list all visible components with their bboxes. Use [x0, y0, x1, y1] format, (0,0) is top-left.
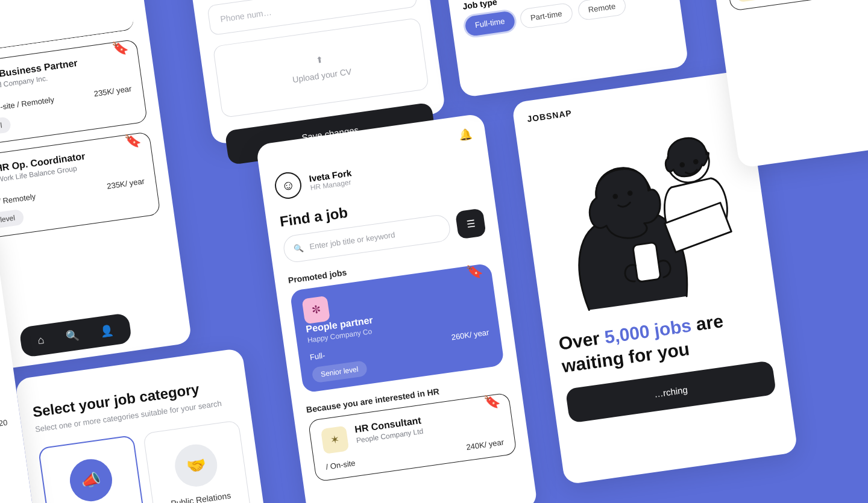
sliders-icon: ☰ [466, 217, 476, 230]
avatar: ☺ [273, 170, 303, 201]
search-icon: 🔍 [294, 243, 304, 253]
bookmark-icon[interactable]: 🔖 [483, 393, 502, 411]
bell-icon[interactable]: 🔔 [458, 127, 473, 142]
screen-job-listings: Full-time / … Mid level 🔖 👤 HR Business … [0, 0, 192, 374]
promo-job-card[interactable]: 🔖 ✼ People partner Happy Company Co Full… [289, 263, 505, 393]
svg-point-6 [694, 160, 698, 164]
svg-point-1 [613, 195, 617, 199]
company-logo-icon: ✼ [302, 296, 330, 324]
jobtype-parttime[interactable]: Part-time [519, 2, 573, 30]
screen-find-job: 🔔 ☺ Iveta Fork HR Manager Find a job 🔍 E… [256, 113, 538, 503]
company-logo-icon: ✶ [321, 426, 349, 454]
home-icon[interactable]: ⌂ [37, 333, 45, 346]
job-salary: 235K/ year [93, 84, 132, 99]
job-card[interactable]: 💡 PR … Lore… [725, 0, 868, 11]
job-card[interactable]: 🔖 ✿ HR Op. Coordinator Work Life Balance… [0, 131, 161, 242]
filter-button[interactable]: ☰ [455, 208, 486, 239]
onboarding-illustration [529, 104, 763, 324]
level-chip: Senior level [312, 360, 368, 383]
job-details: Full- [309, 351, 326, 361]
category-public-relations[interactable]: 🤝 Public Relations [143, 420, 252, 503]
profile-icon[interactable]: 👤 [99, 323, 115, 339]
job-details: / On-site [326, 458, 356, 472]
body-text: …thousands … …re about …With over 14 …s … [0, 304, 1, 397]
bottom-navbar: ⌂ 🔍 👤 [19, 313, 132, 358]
job-salary: 240K/ year [465, 437, 504, 452]
search-placeholder: Enter job title or keyword [309, 230, 395, 251]
svg-point-2 [628, 191, 632, 195]
jobtype-fulltime[interactable]: Full-time [464, 10, 516, 37]
upload-label: Upload your CV [292, 67, 352, 85]
category-marketing[interactable]: 📣 Marketing [38, 435, 147, 503]
bookmark-icon[interactable]: 🔖 [465, 263, 483, 281]
level-chip: Senior level [0, 116, 11, 139]
job-salary: 260K/ year [451, 328, 489, 342]
job-salary: 235K/ year [106, 177, 145, 191]
handshake-icon: 🤝 [172, 442, 220, 489]
svg-rect-3 [633, 242, 661, 282]
job-card[interactable]: 🔖 👤 HR Business Partner Good Company Inc… [0, 39, 148, 150]
upload-icon: ⬆ [316, 55, 324, 66]
level-chip: Senior level [0, 209, 24, 232]
search-icon[interactable]: 🔍 [64, 328, 80, 343]
screen-select-category: Select your job category Select one or m… [14, 348, 294, 503]
category-label: Public Relations [170, 490, 231, 503]
megaphone-icon: 📣 [67, 457, 115, 503]
svg-point-5 [680, 163, 684, 167]
bookmark-icon[interactable]: 🔖 [111, 40, 129, 58]
job-details: Full-time / On-site / Remotely [0, 95, 55, 118]
upload-cv-box[interactable]: ⬆ Upload your CV [213, 17, 429, 118]
jobtype-remote[interactable]: Remote [577, 0, 627, 21]
lightbulb-icon: 💡 [734, 0, 763, 2]
job-details: Full-time / Remotely [0, 192, 36, 210]
stat: 11-20 [0, 417, 8, 432]
bookmark-icon[interactable]: 🔖 [124, 132, 142, 150]
